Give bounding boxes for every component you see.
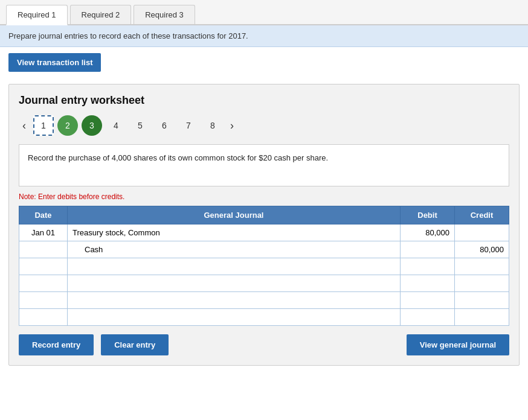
page-5-button[interactable]: 5 xyxy=(130,115,150,136)
info-bar: Prepare journal entries to record each o… xyxy=(0,25,528,47)
col-header-journal: General Journal xyxy=(68,206,401,224)
clear-entry-button[interactable]: Clear entry xyxy=(101,334,169,355)
journal-table: Date General Journal Debit Credit Jan 01… xyxy=(19,206,509,326)
worksheet-title: Journal entry worksheet xyxy=(19,94,509,107)
table-row: Jan 01Treasury stock, Common80,000 xyxy=(19,224,509,241)
cell-date[interactable] xyxy=(19,258,68,275)
cell-journal[interactable] xyxy=(68,275,401,292)
cell-credit[interactable] xyxy=(455,275,509,292)
cell-debit[interactable] xyxy=(401,241,455,258)
page-3-button[interactable]: 3 xyxy=(82,115,102,136)
cell-credit[interactable] xyxy=(455,258,509,275)
tab-required-2[interactable]: Required 2 xyxy=(70,5,132,24)
bottom-buttons: Record entry Clear entry View general jo… xyxy=(19,334,509,355)
view-general-journal-button[interactable]: View general journal xyxy=(407,334,509,355)
cell-debit[interactable]: 80,000 xyxy=(401,224,455,241)
cell-credit[interactable] xyxy=(455,292,509,309)
page-4-button[interactable]: 4 xyxy=(106,115,126,136)
table-row xyxy=(19,258,509,275)
view-transaction-area: View transaction list xyxy=(8,53,101,72)
cell-journal[interactable] xyxy=(68,309,401,326)
cell-date[interactable]: Jan 01 xyxy=(19,224,68,241)
pagination: ‹ 1 2 3 4 5 6 7 8 › xyxy=(19,115,509,136)
cell-date[interactable] xyxy=(19,275,68,292)
table-row xyxy=(19,309,509,326)
prev-page-button[interactable]: ‹ xyxy=(19,118,30,133)
table-row xyxy=(19,292,509,309)
table-row xyxy=(19,275,509,292)
view-transaction-button[interactable]: View transaction list xyxy=(8,53,101,72)
cell-journal[interactable] xyxy=(68,258,401,275)
tab-required-3[interactable]: Required 3 xyxy=(134,5,195,24)
tab-required-1[interactable]: Required 1 xyxy=(6,5,68,25)
cell-debit[interactable] xyxy=(401,275,455,292)
col-header-date: Date xyxy=(19,206,68,224)
cell-debit[interactable] xyxy=(401,292,455,309)
note-text: Note: Enter debits before credits. xyxy=(19,192,509,201)
page-7-button[interactable]: 7 xyxy=(178,115,199,136)
page-8-button[interactable]: 8 xyxy=(202,115,223,136)
cell-date[interactable] xyxy=(19,309,68,326)
worksheet-container: Journal entry worksheet ‹ 1 2 3 4 5 6 7 … xyxy=(8,84,520,366)
info-text: Prepare journal entries to record each o… xyxy=(8,31,248,40)
cell-journal[interactable] xyxy=(68,292,401,309)
table-row: Cash80,000 xyxy=(19,241,509,258)
cell-debit[interactable] xyxy=(401,309,455,326)
cell-journal[interactable]: Treasury stock, Common xyxy=(68,224,401,241)
transaction-description: Record the purchase of 4,000 shares of i… xyxy=(19,144,509,186)
page-6-button[interactable]: 6 xyxy=(154,115,175,136)
cell-credit[interactable] xyxy=(455,224,509,241)
cell-credit[interactable]: 80,000 xyxy=(455,241,509,258)
cell-journal[interactable]: Cash xyxy=(68,241,401,258)
page-1-button[interactable]: 1 xyxy=(33,115,54,136)
record-entry-button[interactable]: Record entry xyxy=(19,334,94,355)
tabs-bar: Required 1 Required 2 Required 3 xyxy=(0,0,528,25)
col-header-credit: Credit xyxy=(455,206,509,224)
next-page-button[interactable]: › xyxy=(227,118,237,133)
cell-credit[interactable] xyxy=(455,309,509,326)
cell-debit[interactable] xyxy=(401,258,455,275)
page-2-button[interactable]: 2 xyxy=(57,115,78,136)
col-header-debit: Debit xyxy=(401,206,455,224)
cell-date[interactable] xyxy=(19,241,68,258)
cell-date[interactable] xyxy=(19,292,68,309)
